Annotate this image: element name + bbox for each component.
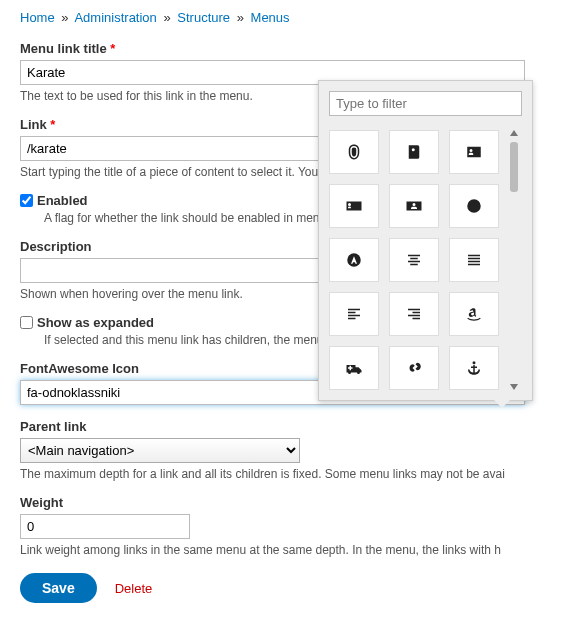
delete-link[interactable]: Delete xyxy=(115,581,153,596)
address-card-icon xyxy=(465,143,483,161)
title-label: Menu link title * xyxy=(20,41,554,56)
scroll-up-icon xyxy=(510,130,518,136)
align-center-icon xyxy=(405,251,423,269)
anchor-icon xyxy=(465,359,483,377)
icon-scrollbar[interactable] xyxy=(509,130,519,390)
icon-cell-adjust[interactable] xyxy=(449,184,499,228)
parent-desc: The maximum depth for a link and all its… xyxy=(20,467,554,481)
weight-label: Weight xyxy=(20,495,554,510)
picker-pointer xyxy=(494,400,510,408)
icon-cell-address-book[interactable] xyxy=(389,130,439,174)
breadcrumb-home[interactable]: Home xyxy=(20,10,55,25)
icon-grid xyxy=(329,130,499,390)
amazon-icon xyxy=(465,305,483,323)
icon-cell-align-right[interactable] xyxy=(389,292,439,336)
address-book-icon xyxy=(405,143,423,161)
icon-cell-id-badge[interactable] xyxy=(389,184,439,228)
asl-icon xyxy=(405,359,423,377)
align-right-icon xyxy=(405,305,423,323)
weight-input[interactable] xyxy=(20,514,190,539)
breadcrumb-sep: » xyxy=(237,10,244,25)
align-justify-icon xyxy=(465,251,483,269)
parent-select[interactable]: <Main navigation> xyxy=(20,438,300,463)
breadcrumb: Home » Administration » Structure » Menu… xyxy=(20,10,554,25)
expanded-label: Show as expanded xyxy=(37,315,154,330)
id-badge-icon xyxy=(405,197,423,215)
parent-label: Parent link xyxy=(20,419,554,434)
icon-cell-anchor[interactable] xyxy=(449,346,499,390)
icon-cell-ambulance[interactable] xyxy=(329,346,379,390)
icon-cell-align-left[interactable] xyxy=(329,292,379,336)
enabled-checkbox[interactable] xyxy=(20,194,33,207)
icon-cell-fingerprint[interactable] xyxy=(329,130,379,174)
icon-cell-amazon[interactable] xyxy=(449,292,499,336)
icon-cell-adn[interactable] xyxy=(329,238,379,282)
id-card-icon xyxy=(345,197,363,215)
align-left-icon xyxy=(345,305,363,323)
icon-cell-align-center[interactable] xyxy=(389,238,439,282)
enabled-label: Enabled xyxy=(37,193,88,208)
expanded-checkbox[interactable] xyxy=(20,316,33,329)
adjust-icon xyxy=(465,197,483,215)
adn-icon xyxy=(345,251,363,269)
breadcrumb-structure[interactable]: Structure xyxy=(177,10,230,25)
icon-cell-asl[interactable] xyxy=(389,346,439,390)
icon-cell-align-justify[interactable] xyxy=(449,238,499,282)
icon-picker-popup xyxy=(318,80,533,401)
breadcrumb-sep: » xyxy=(61,10,68,25)
breadcrumb-admin[interactable]: Administration xyxy=(74,10,156,25)
scroll-down-icon xyxy=(510,384,518,390)
breadcrumb-sep: » xyxy=(163,10,170,25)
scroll-thumb[interactable] xyxy=(510,142,518,192)
fingerprint-icon xyxy=(345,143,363,161)
breadcrumb-menus[interactable]: Menus xyxy=(251,10,290,25)
icon-cell-id-card[interactable] xyxy=(329,184,379,228)
save-button[interactable]: Save xyxy=(20,573,97,603)
ambulance-icon xyxy=(345,359,363,377)
icon-filter-input[interactable] xyxy=(329,91,522,116)
icon-cell-address-card[interactable] xyxy=(449,130,499,174)
weight-desc: Link weight among links in the same menu… xyxy=(20,543,554,557)
